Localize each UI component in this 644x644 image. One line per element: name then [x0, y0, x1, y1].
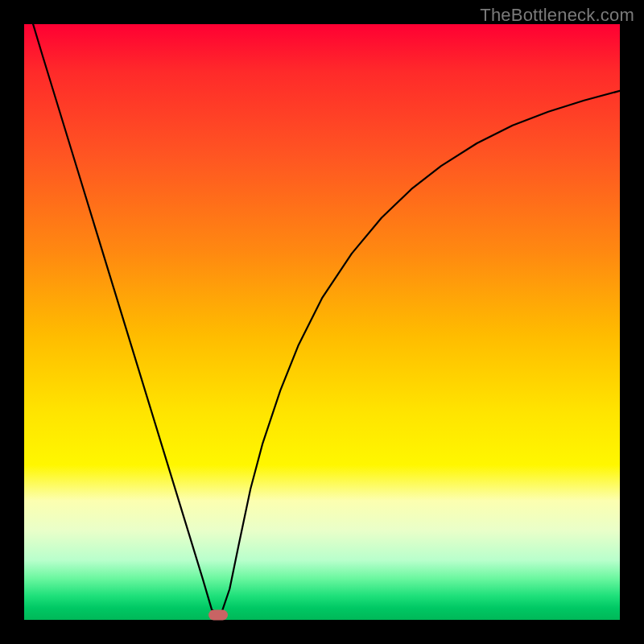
chart-frame: TheBottleneck.com [0, 0, 644, 644]
plot-area [24, 24, 620, 620]
bottleneck-curve [24, 24, 620, 620]
optimal-point-marker [208, 610, 228, 621]
watermark-text: TheBottleneck.com [480, 5, 634, 26]
